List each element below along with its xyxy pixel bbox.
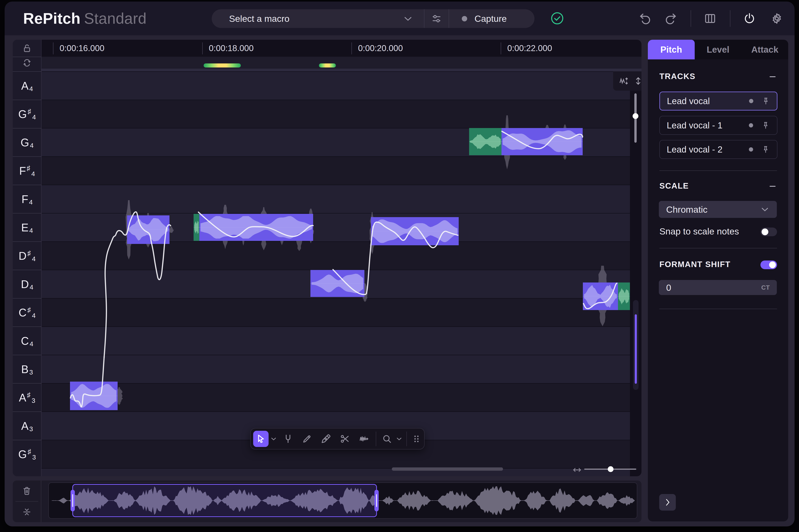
- note-block-g4[interactable]: [469, 128, 583, 155]
- track-active-dot[interactable]: [749, 147, 753, 152]
- octave-number: 4: [29, 227, 33, 234]
- vertical-zoom-slider-knob[interactable]: [633, 113, 639, 119]
- note-name: D: [19, 249, 26, 262]
- note-blocks-layer[interactable]: [41, 69, 642, 476]
- tracks-collapse-button[interactable]: [768, 72, 777, 82]
- layout-columns-button[interactable]: [703, 11, 718, 26]
- formant-shift-toggle[interactable]: [760, 261, 777, 269]
- formant-shift-title: FORMANT SHIFT: [660, 260, 730, 269]
- chevron-down-icon: [402, 13, 414, 25]
- tool-cursor[interactable]: [253, 431, 269, 447]
- pin-icon[interactable]: [761, 121, 771, 132]
- ruler-time-label: 0:00:22.000: [507, 40, 552, 57]
- scale-select-value: Chromatic: [666, 204, 707, 215]
- overview-actions: [13, 480, 41, 522]
- piano-key-label: D♯4: [13, 242, 41, 270]
- overview-selection[interactable]: [73, 484, 377, 517]
- brand-name: RePitch: [23, 10, 81, 27]
- snap-to-scale-toggle[interactable]: [760, 228, 777, 236]
- octave-number: 4: [30, 340, 33, 348]
- note-name: G: [18, 448, 27, 461]
- note-name: D: [21, 278, 29, 290]
- undo-icon: [638, 12, 652, 26]
- horizontal-scrollbar[interactable]: [392, 468, 503, 471]
- tools-toolbar: [250, 428, 424, 450]
- gear-icon: [770, 12, 784, 26]
- track-active-dot[interactable]: [749, 99, 753, 103]
- capture-button[interactable]: Capture: [449, 13, 534, 24]
- sharp-sign: ♯: [27, 448, 31, 456]
- overview-waveform: [49, 483, 637, 518]
- track-name: Lead vocal - 2: [667, 144, 722, 155]
- tool-drag-handle[interactable]: [409, 431, 424, 447]
- piano-key-label: C♯4: [13, 298, 41, 326]
- tool-scissors[interactable]: [337, 431, 353, 447]
- time-ruler[interactable]: 0:00:16.0000:00:18.0000:00:20.0000:00:22…: [41, 40, 642, 57]
- note-name: E: [21, 221, 28, 234]
- check-circle-icon: [550, 12, 564, 25]
- h-zoom-slider-knob[interactable]: [608, 466, 613, 472]
- piano-key-label: G♯3: [13, 440, 41, 468]
- track-item-selected[interactable]: Lead vocal: [660, 92, 777, 111]
- pin-icon[interactable]: [761, 145, 771, 156]
- piano-key-label: C4: [13, 326, 41, 355]
- ruler-tick: [202, 42, 203, 54]
- h-zoom-arrows-icon: [572, 465, 582, 475]
- octave-number: 4: [29, 198, 33, 206]
- macro-settings-button[interactable]: [424, 9, 449, 28]
- scale-select[interactable]: Chromatic: [659, 201, 777, 218]
- loop-button[interactable]: [13, 57, 41, 69]
- collapse-strip-button[interactable]: [13, 501, 41, 522]
- vertical-scrollbar-thumb[interactable]: [635, 314, 637, 384]
- expand-panel-button[interactable]: [659, 494, 676, 511]
- track-item[interactable]: Lead vocal - 2: [660, 140, 777, 159]
- repitch-window: RePitch Standard Select a macro Capture: [0, 0, 799, 532]
- arrows-updown-icon[interactable]: [633, 76, 642, 86]
- note-name: A: [21, 79, 28, 92]
- scale-collapse-button[interactable]: [768, 182, 777, 191]
- macro-select-label: Select a macro: [229, 13, 289, 24]
- tool-wave-split[interactable]: [356, 431, 372, 447]
- tool-magnifier[interactable]: [379, 431, 395, 447]
- note-block-e4[interactable]: [127, 215, 170, 244]
- track-active-dot[interactable]: [749, 123, 753, 128]
- sidebar-divider: [660, 170, 777, 171]
- undo-button[interactable]: [638, 11, 652, 26]
- tab-level[interactable]: Level: [695, 40, 742, 59]
- pin-icon[interactable]: [761, 96, 771, 108]
- tab-pitch[interactable]: Pitch: [648, 40, 695, 59]
- note-name: A: [19, 391, 26, 404]
- sidebar-tabs: PitchLevelAttack: [648, 40, 788, 59]
- macro-select[interactable]: Select a macro: [212, 13, 424, 25]
- tool-select-chevron-icon[interactable]: [270, 435, 278, 443]
- wave-vzoom-icon[interactable]: [618, 75, 630, 87]
- redo-button[interactable]: [663, 11, 678, 26]
- macro-toolbar: Select a macro Capture: [212, 9, 534, 28]
- status-check-button[interactable]: [550, 12, 564, 25]
- tool-pencil[interactable]: [299, 431, 315, 447]
- header-divider: [691, 10, 691, 27]
- power-button[interactable]: [742, 11, 757, 26]
- piano-key-label: A3: [13, 412, 41, 440]
- overview-waveform-container[interactable]: [49, 482, 637, 519]
- lock-button[interactable]: [13, 40, 41, 57]
- magnifier-chevron-icon[interactable]: [395, 435, 403, 443]
- lock-open-icon: [21, 43, 33, 54]
- capture-label: Capture: [475, 13, 507, 24]
- note-name: F: [22, 193, 28, 206]
- delete-selection-button[interactable]: [13, 480, 41, 501]
- scale-chevron-icon: [760, 204, 770, 217]
- loop-bar[interactable]: [41, 57, 642, 69]
- tab-attack[interactable]: Attack: [741, 40, 788, 59]
- tool-pen-nib[interactable]: [318, 431, 334, 447]
- piano-key-label: D4: [13, 270, 41, 298]
- ruler-tick: [501, 42, 501, 54]
- power-icon: [742, 12, 756, 25]
- track-item[interactable]: Lead vocal - 1: [660, 116, 777, 135]
- note-block-d4[interactable]: [583, 283, 630, 310]
- piano-key-label: F♯4: [13, 156, 41, 185]
- tool-tuning-fork[interactable]: [280, 431, 296, 447]
- selection-handle-grip: [72, 494, 73, 507]
- settings-button[interactable]: [769, 11, 784, 26]
- formant-shift-input[interactable]: 0CT: [659, 280, 777, 295]
